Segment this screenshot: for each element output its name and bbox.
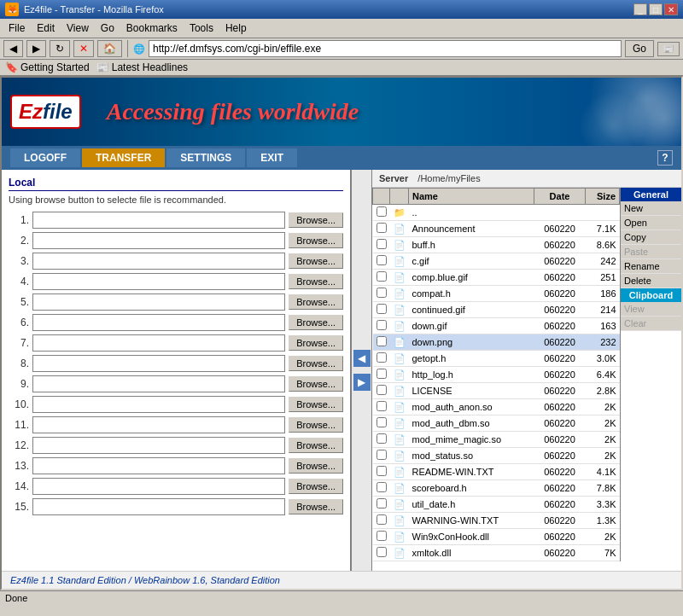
col-header-name[interactable]: Name [409,189,534,205]
file-input-6[interactable] [32,314,285,331]
new-btn[interactable]: New [621,201,681,216]
row-checkbox-cell[interactable] [373,318,390,334]
rss-btn[interactable]: 📰 [657,42,680,56]
menu-view[interactable]: View [61,20,94,36]
row-checkbox-cell[interactable] [373,286,390,302]
row-checkbox[interactable] [377,450,387,460]
row-checkbox[interactable] [377,223,387,233]
minimize-btn[interactable]: _ [633,3,647,15]
row-checkbox-cell[interactable] [373,302,390,318]
menu-file[interactable]: File [3,20,30,36]
row-checkbox[interactable] [377,206,387,217]
col-header-date[interactable]: Date [534,189,586,205]
row-checkbox-cell[interactable] [373,253,390,270]
table-row[interactable]: 📄 mod_mime_magic.so 060220 2K [373,432,620,448]
transfer-btn[interactable]: TRANSFER [82,148,165,167]
table-row[interactable]: 📄 down.gif 060220 163 [373,318,620,334]
row-checkbox-cell[interactable] [373,237,390,253]
menu-help[interactable]: Help [220,20,252,36]
browse-btn-10[interactable]: Browse... [289,397,343,412]
file-name-cell[interactable]: buff.h [409,237,534,253]
browse-btn-5[interactable]: Browse... [289,294,343,310]
browse-btn-3[interactable]: Browse... [289,253,343,269]
table-row[interactable]: 📄 mod_auth_dbm.so 060220 2K [373,416,620,432]
file-input-1[interactable] [32,212,285,229]
file-input-10[interactable] [32,396,285,413]
copy-btn[interactable]: Copy [621,230,681,245]
table-row[interactable]: 📄 util_date.h 060220 3.3K [373,497,620,513]
file-input-14[interactable] [32,478,285,495]
file-name-cell[interactable]: .. [409,205,534,221]
file-name-cell[interactable]: README-WIN.TXT [409,464,534,480]
settings-btn[interactable]: SETTINGS [166,148,245,167]
row-checkbox[interactable] [377,255,387,265]
table-row[interactable]: 📄 README-WIN.TXT 060220 4.1K [373,464,620,480]
table-row[interactable]: 📄 Announcement 060220 7.1K [373,221,620,237]
row-checkbox[interactable] [377,271,387,282]
row-checkbox-cell[interactable] [373,205,390,221]
file-name-cell[interactable]: down.png [409,334,534,351]
row-checkbox-cell[interactable] [373,270,390,286]
file-input-11[interactable] [32,416,285,433]
browse-btn-9[interactable]: Browse... [289,376,343,392]
menu-bookmarks[interactable]: Bookmarks [121,20,183,36]
server-table-wrap[interactable]: Name Date Size 📁 .. 📄 Announcement 06 [372,188,620,561]
row-checkbox[interactable] [377,547,387,557]
row-checkbox[interactable] [377,239,387,249]
table-row[interactable]: 📄 LICENSE 060220 2.8K [373,383,620,399]
go-btn[interactable]: Go [625,40,654,57]
title-buttons[interactable]: _ □ ✕ [633,3,678,15]
help-btn[interactable]: ? [657,150,673,166]
left-arrow-btn[interactable]: ◀ [353,350,371,367]
file-input-2[interactable] [32,232,285,249]
row-checkbox-cell[interactable] [373,416,390,432]
browse-btn-4[interactable]: Browse... [289,274,343,289]
table-row[interactable]: 📄 scoreboard.h 060220 7.8K [373,480,620,497]
file-name-cell[interactable]: continued.gif [409,302,534,318]
file-name-cell[interactable]: LICENSE [409,383,534,399]
browse-btn-11[interactable]: Browse... [289,417,343,433]
menu-tools[interactable]: Tools [184,20,219,36]
row-checkbox-cell[interactable] [373,334,390,351]
row-checkbox-cell[interactable] [373,513,390,529]
row-checkbox-cell[interactable] [373,448,390,464]
row-checkbox[interactable] [377,498,387,508]
file-input-4[interactable] [32,273,285,290]
table-row[interactable]: 📄 compat.h 060220 186 [373,286,620,302]
row-checkbox[interactable] [377,417,387,427]
forward-btn[interactable]: ▶ [26,40,46,57]
file-name-cell[interactable]: mod_auth_anon.so [409,399,534,416]
address-input[interactable] [149,40,622,57]
file-input-3[interactable] [32,253,285,270]
row-checkbox[interactable] [377,514,387,525]
menu-edit[interactable]: Edit [32,20,60,36]
bookmark-getting-started[interactable]: 🔖 Getting Started [5,61,90,73]
open-btn[interactable]: Open [621,216,681,230]
row-checkbox-cell[interactable] [373,367,390,383]
file-input-7[interactable] [32,334,285,352]
row-checkbox[interactable] [377,401,387,411]
table-row[interactable]: 📄 comp.blue.gif 060220 251 [373,270,620,286]
file-name-cell[interactable]: Win9xConHook.dll [409,529,534,545]
stop-btn[interactable]: ✕ [73,40,94,57]
file-input-5[interactable] [32,293,285,311]
table-row[interactable]: 📄 c.gif 060220 242 [373,253,620,270]
browse-btn-6[interactable]: Browse... [289,315,343,330]
file-name-cell[interactable]: http_log.h [409,367,534,383]
table-row[interactable]: 📄 http_log.h 060220 6.4K [373,367,620,383]
row-checkbox[interactable] [377,288,387,298]
table-row[interactable]: 📄 down.png 060220 232 [373,334,620,351]
table-row[interactable]: 📄 getopt.h 060220 3.0K [373,351,620,367]
file-name-cell[interactable]: mod_auth_dbm.so [409,416,534,432]
table-row[interactable]: 📄 xmltok.dll 060220 7K [373,545,620,561]
exit-btn[interactable]: EXIT [247,148,297,167]
browse-btn-14[interactable]: Browse... [289,479,343,494]
row-checkbox[interactable] [377,304,387,314]
row-checkbox-cell[interactable] [373,432,390,448]
row-checkbox[interactable] [377,352,387,363]
browse-btn-12[interactable]: Browse... [289,438,343,453]
row-checkbox-cell[interactable] [373,399,390,416]
bookmark-headlines[interactable]: 📰 Latest Headlines [96,61,188,73]
row-checkbox-cell[interactable] [373,351,390,367]
file-name-cell[interactable]: mod_mime_magic.so [409,432,534,448]
